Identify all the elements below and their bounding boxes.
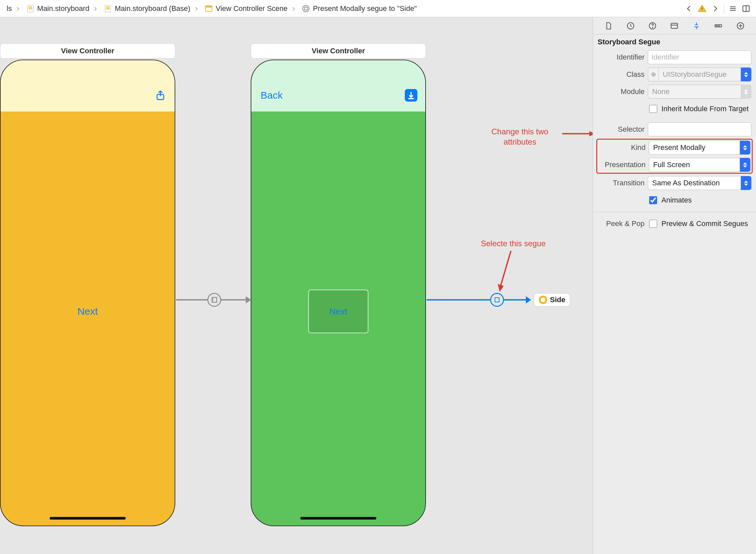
home-indicator (300, 517, 376, 519)
size-inspector-tab[interactable] (712, 19, 725, 33)
segue-node-modal-selected[interactable] (490, 293, 504, 307)
file-inspector-tab[interactable] (602, 19, 615, 33)
module-popup[interactable]: None (648, 85, 751, 99)
svg-rect-21 (495, 298, 499, 302)
popup-handle-icon[interactable] (740, 141, 750, 155)
svg-rect-1 (28, 6, 32, 7)
svg-rect-30 (671, 23, 678, 28)
annotation-arrow-1 (562, 130, 592, 137)
svg-point-29 (652, 27, 652, 27)
peekpop-input[interactable] (649, 220, 657, 228)
transition-value: Same As Destination (648, 176, 741, 190)
segue-line-selected[interactable] (504, 299, 526, 300)
animates-checkbox[interactable]: Animates (648, 195, 692, 205)
share-icon[interactable] (154, 89, 167, 102)
selector-input[interactable] (648, 122, 751, 136)
presentation-popup[interactable]: Full Screen (649, 158, 750, 172)
view-controller-icon (539, 295, 547, 304)
kind-label: Kind (598, 143, 645, 152)
crumb-label: Main.storyboard (38, 4, 89, 13)
scene-vc-1[interactable]: View Controller Next (0, 60, 175, 526)
issues-warning-icon[interactable] (695, 2, 709, 15)
arrowhead-icon (246, 296, 251, 303)
nav-bar: Back (251, 60, 425, 112)
connections-inspector-tab[interactable] (734, 19, 747, 33)
svg-line-25 (500, 251, 511, 287)
inherit-module-input[interactable] (649, 105, 657, 113)
inspector-header: Storyboard Segue (597, 35, 751, 50)
popup-handle-icon[interactable] (741, 85, 751, 99)
nav-fwd-button[interactable] (709, 2, 722, 15)
svg-rect-9 (305, 7, 308, 10)
next-button[interactable]: Next (74, 305, 101, 318)
svg-point-8 (303, 5, 310, 12)
peekpop-checkbox[interactable]: Preview & Commit Segues (648, 219, 748, 229)
inherit-module-label: Inherit Module From Target (662, 105, 749, 113)
presentation-label: Presentation (598, 161, 645, 169)
identifier-label: Identifier (597, 53, 644, 62)
segue-node-show[interactable] (207, 293, 221, 307)
kind-popup[interactable]: Present Modally (649, 141, 750, 155)
identity-inspector-tab[interactable] (668, 19, 681, 33)
nav-back-button[interactable] (682, 2, 695, 15)
transition-popup[interactable]: Same As Destination (648, 176, 751, 190)
popup-handle-icon[interactable] (740, 158, 750, 172)
device-frame: Back Next (251, 60, 426, 526)
back-label: Back (261, 90, 283, 101)
help-inspector-tab[interactable] (646, 19, 659, 33)
download-icon[interactable] (405, 89, 417, 102)
container-view[interactable]: Next (308, 290, 368, 333)
back-button[interactable]: Back (259, 90, 279, 101)
popup-handle-icon[interactable] (741, 176, 751, 190)
editor-options-button[interactable] (726, 2, 740, 15)
storyboard-file-icon (104, 4, 112, 13)
segue-line[interactable] (176, 299, 207, 300)
crumb-file-1[interactable]: Main.storyboard › (23, 0, 100, 17)
history-inspector-tab[interactable] (624, 19, 637, 33)
scene-title-bar[interactable]: View Controller (251, 43, 426, 59)
scene-title-bar[interactable]: View Controller (0, 43, 175, 59)
crumb-scene[interactable]: View Controller Scene › (201, 0, 298, 17)
annotation-text-1: Change this two attributes (491, 126, 548, 147)
storyboard-file-icon (26, 4, 35, 13)
attributes-inspector-tab[interactable] (690, 19, 703, 33)
selector-label: Selector (597, 125, 644, 134)
svg-point-22 (541, 297, 545, 302)
segue-line[interactable] (221, 299, 246, 300)
toolbar-divider (724, 4, 724, 13)
storyboard-canvas[interactable]: View Controller Next (0, 17, 592, 554)
inspector-tabs (593, 17, 756, 35)
presentation-value: Full Screen (649, 158, 740, 172)
chevron-right-icon: › (16, 3, 19, 13)
next-button[interactable]: Next (329, 307, 347, 317)
inspector-body: Storyboard Segue Identifier Class UIStor… (593, 35, 756, 239)
class-clear-icon[interactable] (648, 67, 658, 81)
peekpop-option-label: Preview & Commit Segues (662, 219, 748, 228)
scene-side-reference[interactable]: Side (534, 293, 570, 307)
crumb-label: Present Modally segue to "Side" (313, 4, 417, 13)
crumb-file-2[interactable]: Main.storyboard (Base) › (100, 0, 201, 17)
class-popup[interactable]: UIStoryboardSegue (648, 67, 751, 81)
popup-handle-icon[interactable] (741, 67, 751, 81)
crumb-label: Main.storyboard (Base) (115, 4, 190, 13)
svg-rect-2 (28, 8, 32, 9)
class-label: Class (597, 70, 644, 79)
adjust-editor-button[interactable] (740, 2, 753, 15)
jump-bar: ls › Main.storyboard › Main.storyboard (… (0, 0, 756, 17)
arrowhead-icon (526, 296, 531, 303)
crumb-label: View Controller Scene (215, 4, 288, 13)
annotation-arrow-2 (498, 251, 524, 294)
svg-rect-4 (106, 6, 110, 7)
scene-vc-2[interactable]: View Controller Back Next (251, 60, 426, 526)
segue-icon (302, 4, 310, 13)
crumb-segue[interactable]: Present Modally segue to "Side" (298, 0, 420, 17)
inherit-module-checkbox[interactable]: Inherit Module From Target (648, 104, 749, 114)
svg-rect-7 (206, 6, 212, 7)
crumb-back-nav[interactable]: ls › (3, 0, 23, 17)
identifier-input[interactable] (648, 50, 751, 64)
module-value: None (648, 85, 741, 99)
svg-marker-24 (589, 131, 592, 136)
animates-input[interactable] (649, 196, 657, 204)
device-frame: Next (0, 60, 175, 526)
segue-line-selected[interactable] (427, 299, 490, 300)
